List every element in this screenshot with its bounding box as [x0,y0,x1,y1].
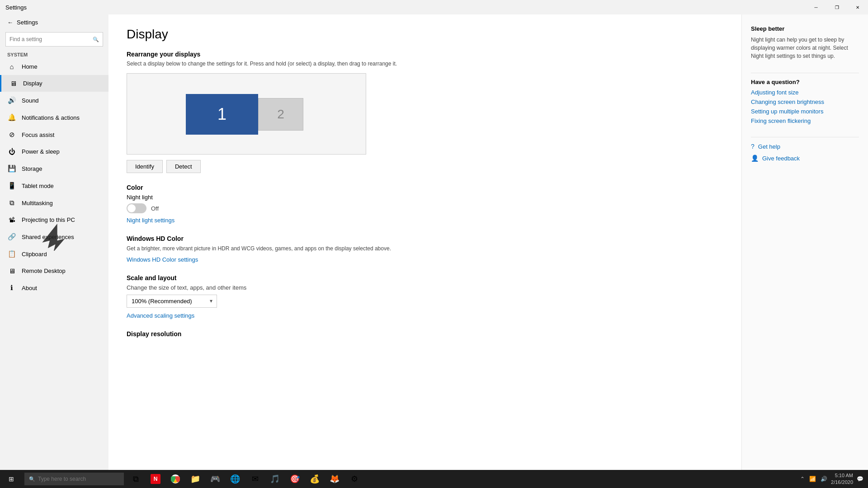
notification-tray-icon[interactable]: 💬 [856,475,864,483]
color-heading: Color [127,184,723,191]
link-screen-brightness[interactable]: Changing screen brightness [751,99,859,105]
link-multiple-monitors[interactable]: Setting up multiple monitors [751,108,859,115]
rearrange-desc: Select a display below to change the set… [127,61,723,67]
sidebar-item-power[interactable]: ⏻ Power & sleep [0,143,108,160]
settings-app[interactable]: ⚙ [344,470,364,488]
monitor-2[interactable]: 2 [258,98,303,131]
sidebar-item-remote[interactable]: 🖥 Remote Desktop [0,263,108,279]
sidebar-item-notifications[interactable]: 🔔 Notifications & actions [0,109,108,126]
question-title: Have a question? [751,79,859,85]
divider-2 [751,137,859,137]
back-icon: ← [7,19,13,26]
volume-icon[interactable]: 🔊 [820,475,828,483]
rearrange-heading: Rearrange your displays [127,51,723,58]
dropdown-wrapper: 100% (Recommended) 125% 150% 175% [127,295,723,308]
main-content: Display Rearrange your displays Select a… [108,14,741,470]
sidebar-item-label: Notifications & actions [22,114,80,121]
link-screen-flickering[interactable]: Fixing screen flickering [751,117,859,124]
monitor-1[interactable]: 1 [186,94,258,135]
display-icon: 🖥 [9,80,18,87]
tray-chevron[interactable]: ⌃ [799,475,806,483]
give-feedback-link[interactable]: Give feedback [762,155,800,162]
network-icon[interactable]: 📶 [808,475,817,483]
settings-title: Settings [5,4,27,11]
sidebar-item-shared[interactable]: 🔗 Shared experiences [0,228,108,245]
toggle-knob [127,204,136,212]
sidebar-item-home[interactable]: ⌂ Home [0,58,108,75]
night-light-toggle[interactable] [127,203,146,213]
game2-app[interactable]: 🎯 [285,470,305,488]
sidebar-item-focus[interactable]: ⊘ Focus assist [0,126,108,143]
sidebar-item-tablet[interactable]: 📱 Tablet mode [0,177,108,194]
sidebar-item-display[interactable]: 🖥 Display [0,75,108,92]
chrome-app[interactable] [165,470,185,488]
hd-color-desc: Get a brighter, more vibrant picture in … [127,245,723,253]
monitor-2-label: 2 [277,107,284,122]
mail-app[interactable]: ✉ [245,470,265,488]
back-button[interactable]: ← Settings [0,14,108,30]
hd-color-section: Windows HD Color Get a brighter, more vi… [127,235,723,263]
search-input[interactable] [9,36,93,42]
clipboard-icon: 📋 [7,250,16,258]
netflix-icon: N [151,474,160,484]
identify-button[interactable]: Identify [127,160,163,173]
firefox-app[interactable]: 🦊 [325,470,344,488]
sidebar-item-about[interactable]: ℹ About [0,279,108,296]
display-resolution-section: Display resolution [127,330,723,338]
night-light-settings-link[interactable]: Night light settings [127,217,175,224]
scale-dropdown[interactable]: 100% (Recommended) 125% 150% 175% [127,295,217,308]
hd-color-link[interactable]: Windows HD Color settings [127,256,198,263]
taskbar: ⊞ 🔍 ⧉ N 📁 🎮 🌐 ✉ [0,470,868,488]
finance-app[interactable]: 💰 [305,470,325,488]
display-buttons: Identify Detect [127,160,723,173]
sidebar-section-system: System [0,50,108,58]
game2-icon: 🎯 [290,474,300,484]
edge-app[interactable]: 🌐 [225,470,245,488]
fileexplorer-app[interactable]: 📁 [185,470,205,488]
give-feedback-row[interactable]: 👤 Give feedback [751,155,859,162]
tray-date-value: 2/16/2020 [831,479,853,486]
edge-icon: 🌐 [230,474,240,484]
night-light-toggle-row: Off [127,203,723,213]
steam-icon: 🎮 [210,474,220,484]
scale-desc: Change the size of text, apps, and other… [127,284,723,291]
night-light-state: Off [151,205,159,212]
taskbar-apps: ⧉ N 📁 🎮 🌐 ✉ 🎵 [126,470,364,488]
sleep-title: Sleep better [751,25,859,32]
steam-app[interactable]: 🎮 [205,470,225,488]
sidebar-item-projecting[interactable]: 📽 Projecting to this PC [0,211,108,228]
sidebar-item-label: Home [22,63,38,70]
media-icon: 🎵 [270,474,280,484]
sidebar-item-label: Tablet mode [22,183,54,189]
taskbar-search-input[interactable] [38,476,119,482]
minimize-button[interactable]: ─ [806,0,826,14]
restore-button[interactable]: ❐ [826,0,847,14]
close-button[interactable]: ✕ [847,0,868,14]
start-button[interactable]: ⊞ [0,470,23,488]
titlebar-left: Settings [5,4,27,11]
power-icon: ⏻ [7,148,16,155]
tray-clock[interactable]: 5:10 AM 2/16/2020 [831,472,853,486]
sidebar-item-storage[interactable]: 💾 Storage [0,160,108,177]
sidebar-item-sound[interactable]: 🔊 Sound [0,92,108,109]
sidebar-item-clipboard[interactable]: 📋 Clipboard [0,245,108,263]
app-body: ← Settings 🔍 System ⌂ Home 🖥 Display 🔊 S… [0,14,868,470]
netflix-app[interactable]: N [146,470,165,488]
shared-icon: 🔗 [7,233,16,241]
advanced-scaling-link[interactable]: Advanced scaling settings [127,312,194,319]
rearrange-section: Rearrange your displays Select a display… [127,51,723,173]
help-section: ? Get help 👤 Give feedback [751,143,859,162]
media-app[interactable]: 🎵 [265,470,285,488]
taskview-button[interactable]: ⧉ [126,470,146,488]
search-icon: 🔍 [93,37,99,42]
get-help-link[interactable]: Get help [758,143,780,150]
get-help-row[interactable]: ? Get help [751,143,859,150]
page-title: Display [127,27,723,42]
link-adjusting-font[interactable]: Adjusting font size [751,89,859,96]
help-icon: ? [751,143,755,150]
detect-button[interactable]: Detect [166,160,201,173]
sidebar-item-multitasking[interactable]: ⧉ Multitasking [0,194,108,211]
search-box[interactable]: 🔍 [5,32,103,47]
taskbar-search[interactable]: 🔍 [24,473,124,485]
mail-icon: ✉ [252,474,259,484]
